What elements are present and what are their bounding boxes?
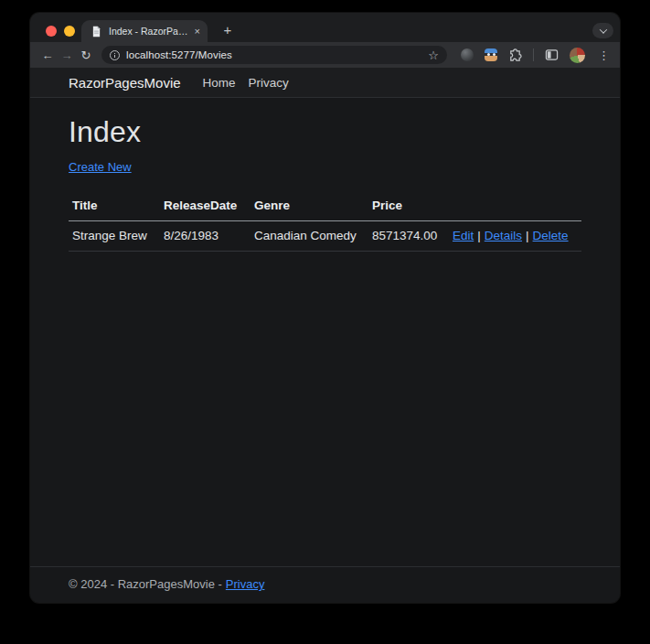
action-separator: | [526, 229, 529, 242]
column-header-actions [449, 194, 581, 221]
footer-copyright: © 2024 - RazorPagesMovie - [69, 577, 222, 591]
extensions-puzzle-icon[interactable] [508, 48, 522, 62]
cell-actions: Edit|Details|Delete [449, 221, 581, 252]
close-window-button[interactable] [46, 26, 57, 37]
nav-link-privacy[interactable]: Privacy [249, 76, 289, 90]
address-bar[interactable]: localhost:5277/Movies ☆ [101, 46, 447, 64]
cell-release-date: 8/26/1983 [160, 221, 250, 252]
site-footer: © 2024 - RazorPagesMovie -Privacy [30, 566, 620, 603]
footer-privacy-link[interactable]: Privacy [226, 577, 265, 591]
back-button[interactable]: ← [39, 49, 56, 61]
browser-toolbar: ← → ↻ localhost:5277/Movies ☆ ⋮ [30, 42, 620, 68]
reload-button[interactable]: ↻ [78, 49, 94, 61]
main-content: Index Create New Title ReleaseDate Genre… [30, 98, 620, 566]
page-favicon-icon [91, 26, 102, 38]
create-new-link[interactable]: Create New [69, 160, 132, 174]
details-link[interactable]: Details [485, 229, 522, 242]
side-panel-icon[interactable] [545, 48, 559, 61]
tab-title: Index - RazorPagesMovie [109, 26, 189, 37]
cell-title: Strange Brew [69, 221, 160, 252]
action-separator: | [477, 229, 481, 242]
browser-tab-active[interactable]: Index - RazorPagesMovie × [81, 20, 208, 42]
bookmark-star-icon[interactable]: ☆ [428, 49, 439, 61]
minimize-window-button[interactable] [64, 26, 75, 37]
toolbar-separator [533, 48, 534, 61]
browser-window: Index - RazorPagesMovie × + ← → ↻ localh… [30, 13, 620, 603]
extension-icon-mascot[interactable] [485, 48, 497, 61]
table-header-row: Title ReleaseDate Genre Price [69, 194, 581, 221]
column-header-title: Title [69, 194, 160, 221]
site-navbar: RazorPagesMovie Home Privacy [30, 68, 620, 98]
tab-search-button[interactable] [592, 23, 613, 38]
extension-icon-dark[interactable] [461, 48, 474, 61]
page-title: Index [69, 115, 581, 149]
forward-button[interactable]: → [59, 49, 75, 61]
edit-link[interactable]: Edit [453, 229, 474, 242]
column-header-releasedate: ReleaseDate [160, 194, 250, 221]
column-header-price: Price [368, 194, 449, 221]
chevron-down-icon [599, 26, 606, 33]
close-tab-icon[interactable]: × [195, 27, 200, 37]
column-header-genre: Genre [250, 194, 368, 221]
browser-menu-button[interactable]: ⋮ [596, 49, 612, 61]
tab-strip: Index - RazorPagesMovie × + [30, 13, 620, 42]
cell-price: 8571374.00 [368, 221, 449, 252]
cell-genre: Canadian Comedy [250, 221, 368, 252]
extensions-area [461, 48, 585, 63]
navbar-links: Home Privacy [203, 76, 289, 90]
table-row: Strange Brew 8/26/1983 Canadian Comedy 8… [69, 221, 581, 252]
delete-link[interactable]: Delete [533, 229, 569, 242]
navbar-brand[interactable]: RazorPagesMovie [69, 75, 181, 91]
movies-table: Title ReleaseDate Genre Price Strange Br… [69, 194, 581, 252]
profile-avatar[interactable] [570, 48, 585, 63]
nav-link-home[interactable]: Home [203, 76, 236, 90]
url-text: localhost:5277/Movies [126, 49, 232, 60]
page-viewport: RazorPagesMovie Home Privacy Index Creat… [30, 68, 620, 603]
new-tab-button[interactable]: + [218, 21, 237, 39]
site-info-icon[interactable] [110, 50, 120, 60]
